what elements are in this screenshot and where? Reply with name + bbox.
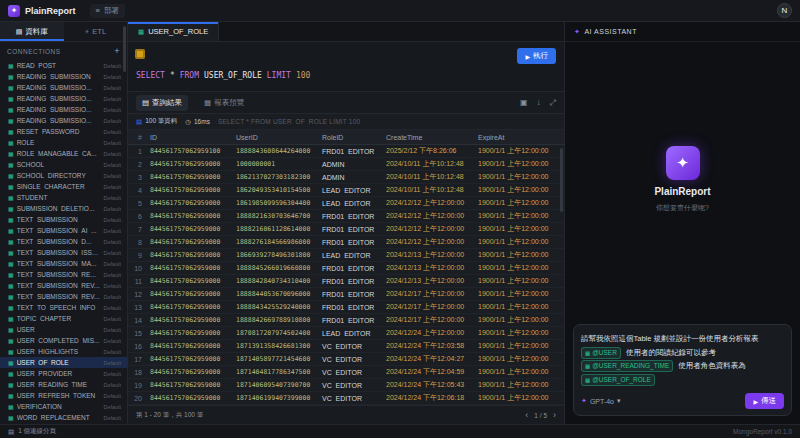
sidebar-table-item[interactable]: ▦ USER_PROVIDER Default	[0, 368, 127, 379]
connection-tabs-status[interactable]: ▤ 1 個連線分頁	[8, 427, 56, 436]
chat-segment[interactable]: ▦ 請幫我依照這個Table 規劃並設計一份使用者分析報表	[581, 334, 759, 343]
ai-chat-input[interactable]: ▦ 請幫我依照這個Table 規劃並設計一份使用者分析報表 ▦ @USER ▦	[573, 324, 792, 416]
table-row[interactable]: 11 844561757062959000 188884284073431040…	[128, 275, 564, 288]
sql-editor[interactable]: ▶ 執行 SELECT*FROMUSER_OF_ROLELIMIT100	[128, 42, 564, 92]
next-page-button[interactable]: ›	[553, 411, 556, 420]
sidebar-table-item[interactable]: ▦ READING_SUBMISSIO... Default	[0, 93, 127, 104]
add-connection-button[interactable]: +	[114, 47, 120, 56]
copy-icon[interactable]: ▣	[520, 98, 528, 108]
table-row[interactable]: 18 844561757062959000 187140481778634750…	[128, 366, 564, 379]
table-row[interactable]: 14 844561757062959000 188884266978891080…	[128, 314, 564, 327]
sidebar-table-item[interactable]: ▦ READING_SUBMISSION Default	[0, 71, 127, 82]
col-id[interactable]: ID	[146, 134, 232, 141]
table-row[interactable]: 7 844561757062959000 1888216061128614000…	[128, 223, 564, 236]
sidebar-table-item[interactable]: ▦ TEXT_SUBMISSION_D... Default	[0, 236, 127, 247]
sidebar-table-item[interactable]: ▦ TEXT_SUBMISSION Default	[0, 214, 127, 225]
sidebar-table-item[interactable]: ▦ SCHOOL Default	[0, 159, 127, 170]
tab-query-results[interactable]: ▤ 查詢結果	[136, 95, 188, 111]
sidebar-table-item[interactable]: ▦ READING_SUBMISSIO... Default	[0, 115, 127, 126]
table-row[interactable]: 19 844561757062959000 187140609540739070…	[128, 379, 564, 392]
sidebar-table-item[interactable]: ▦ ROLE_MANAGABLE_CA... Default	[0, 148, 127, 159]
col-roleid[interactable]: RoleID	[318, 134, 382, 141]
chat-segment[interactable]: ▦ 使用者的閱讀紀錄可以參考	[626, 348, 716, 357]
send-button[interactable]: ▶ 傳送	[745, 393, 784, 409]
sidebar-table-item[interactable]: ▦ SINGLE_CHARACTER Default	[0, 181, 127, 192]
table-name: USER_REFRESH_TOKEN	[17, 392, 101, 399]
sidebar-table-item[interactable]: ▦ WORD_REPLACEMENT Default	[0, 412, 127, 423]
sidebar-table-item[interactable]: ▦ READ_POST Default	[0, 60, 127, 71]
cell-index: 13	[128, 304, 146, 311]
avatar[interactable]: N	[777, 3, 792, 18]
sidebar-table-item[interactable]: ▦ RESET_PASSWORD Default	[0, 126, 127, 137]
sidebar-table-item[interactable]: ▦ TEXT_SUBMISSION_RE... Default	[0, 269, 127, 280]
cell-expireat: 1900/1/1 上午12:00:00	[474, 328, 564, 338]
cell-roleid: VC_EDITOR	[318, 395, 382, 402]
table-row[interactable]: 20 844561757062959000 187140619940739900…	[128, 392, 564, 405]
col-userid[interactable]: UserID	[232, 134, 318, 141]
sidebar-table-item[interactable]: ▦ USER_OF_ROLE Default	[0, 357, 127, 368]
sidebar-table-item[interactable]: ▦ STUDENT Default	[0, 192, 127, 203]
chat-segment[interactable]: ▦ @USER	[581, 347, 621, 359]
table-row[interactable]: 4 844561757062959000 1862049353410154500…	[128, 184, 564, 197]
sidebar-table-item[interactable]: ▦ TEXT_SUBMISSION_ISSUE Default	[0, 247, 127, 258]
table-row[interactable]: 15 844561757062959000 187081720797450240…	[128, 327, 564, 340]
sidebar-scrollbar[interactable]	[123, 26, 126, 72]
duration-badge: ◷ 16ms	[185, 118, 210, 126]
model-selector[interactable]: ✦ GPT-4o ▾	[581, 397, 621, 405]
editor-hint-icon[interactable]	[135, 49, 145, 59]
sidebar-table-item[interactable]: ▦ USER_READING_TIME Default	[0, 379, 127, 390]
chat-segment[interactable]: ▦ @USER_READING_TIME	[581, 360, 673, 372]
sidebar-table-item[interactable]: ▦ SCHOOL_DIRECTORY Default	[0, 170, 127, 181]
sidebar-table-item[interactable]: ▦ TOPIC_CHAPTER Default	[0, 313, 127, 324]
sidebar-table-item[interactable]: ▦ TEXT_SUBMISSION_REV... Default	[0, 280, 127, 291]
col-index[interactable]: #	[128, 134, 146, 141]
table-icon: ▦	[8, 359, 14, 366]
table-scrollbar[interactable]	[560, 148, 563, 212]
col-createtime[interactable]: CreateTime	[382, 134, 474, 141]
table-row[interactable]: 13 844561757062959000 188884342552924000…	[128, 301, 564, 314]
table-row[interactable]: 1 844561757062959100 1888843608644264000…	[128, 145, 564, 158]
tab-report-preview[interactable]: ▦ 報表預覽	[198, 95, 250, 111]
sidebar-table-item[interactable]: ▦ SUBMISSION_DELETIO... Default	[0, 203, 127, 214]
expand-icon[interactable]: ⤢	[550, 98, 556, 108]
table-row[interactable]: 12 844561757062959000 188884405367009600…	[128, 288, 564, 301]
sql-statement[interactable]: SELECT*FROMUSER_OF_ROLELIMIT100	[136, 71, 315, 80]
sidebar-table-item[interactable]: ▦ READING_SUBMISSIO... Default	[0, 104, 127, 115]
sidebar-table-item[interactable]: ▦ TEXT_SUBMISSION_REV... Default	[0, 291, 127, 302]
sidebar-table-item[interactable]: ▦ ROLE Default	[0, 137, 127, 148]
sidebar-table-item[interactable]: ▦ USER_COMPLETED_MIS... Default	[0, 335, 127, 346]
tab-user-of-role[interactable]: ▦ USER_OF_ROLE	[128, 22, 219, 41]
table-row[interactable]: 2 844561757062959000 1000000001 ADMIN 20…	[128, 158, 564, 171]
sidebar-table-item[interactable]: ▦ USER_REFRESH_TOKEN Default	[0, 390, 127, 401]
table-row[interactable]: 16 844561757062959000 187139135842668130…	[128, 340, 564, 353]
cell-createtime: 2025/2/12 下午8:26:06	[382, 146, 474, 156]
sidebar-table-item[interactable]: ▦ USER Default	[0, 324, 127, 335]
table-row[interactable]: 17 844561757062959000 187140589772145460…	[128, 353, 564, 366]
table-name: USER	[17, 326, 101, 333]
sidebar-table-item[interactable]: ▦ TEXT_TO_SPEECH_INFO Default	[0, 302, 127, 313]
sidebar-table-item[interactable]: ▦ READING_SUBMISSIO... Default	[0, 82, 127, 93]
table-row[interactable]: 5 844561757062959000 1861985099596304400…	[128, 197, 564, 210]
cell-createtime: 2024/12/12 上午12:00:00	[382, 237, 474, 247]
table-icon: ▦	[8, 117, 14, 124]
sidebar-table-item[interactable]: ▦ TEXT_SUBMISSION_MA... Default	[0, 258, 127, 269]
chat-segment[interactable]: ▦ @USER_OF_ROLE	[581, 374, 655, 386]
sidebar-table-item[interactable]: ▦ USER_HIGHLIGHTS Default	[0, 346, 127, 357]
download-icon[interactable]: ↓	[537, 98, 541, 108]
table-row[interactable]: 6 844561757062959000 1888821630703646700…	[128, 210, 564, 223]
table-row[interactable]: 8 844561757062959000 1888276184566986000…	[128, 236, 564, 249]
chat-segment[interactable]: ▦ 使用者角色資料表為	[678, 361, 746, 370]
col-expireat[interactable]: ExpireAt	[474, 134, 564, 141]
sidebar-table-item[interactable]: ▦ VERIFICATION Default	[0, 401, 127, 412]
run-query-button[interactable]: ▶ 執行	[517, 48, 556, 64]
menu-deploy[interactable]: ≡ 部署	[90, 4, 125, 18]
cell-userid: 1871391358426681300	[232, 342, 318, 350]
table-row[interactable]: 3 844561757062959000 1862137027303182300…	[128, 171, 564, 184]
tab-etl[interactable]: ⚡ ETL	[64, 22, 128, 41]
tab-database[interactable]: ▤ 資料庫	[0, 22, 64, 41]
table-row[interactable]: 10 844561757062959000 188884526601966080…	[128, 262, 564, 275]
sidebar-table-item[interactable]: ▦ TEXT_SUBMISSION_AI_... Default	[0, 225, 127, 236]
prev-page-button[interactable]: ‹	[525, 411, 528, 420]
table-row[interactable]: 9 844561757062959000 1866939278496301800…	[128, 249, 564, 262]
list-icon: ▤	[142, 98, 149, 107]
